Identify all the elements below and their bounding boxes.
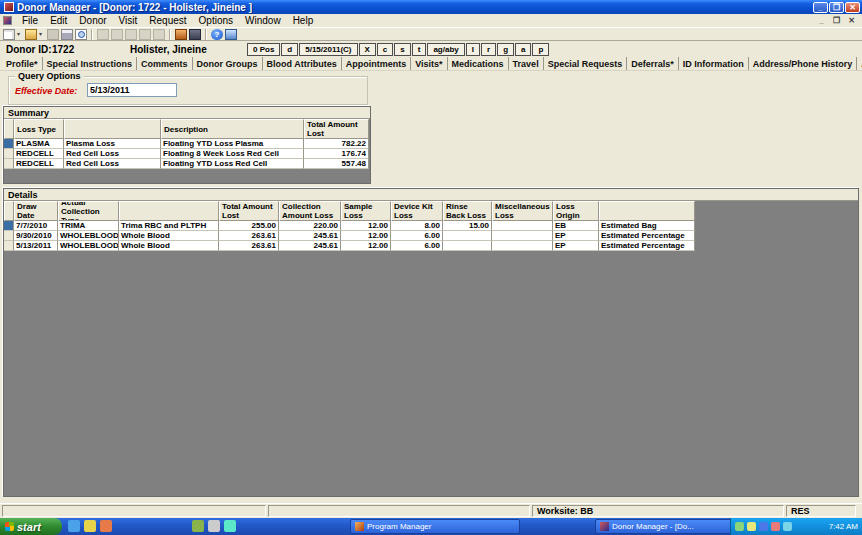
cell: 12.00 <box>341 221 391 231</box>
table-row[interactable]: REDCELLRed Cell LossFloating YTD Loss Re… <box>4 159 370 169</box>
summary-panel: Summary Loss TypeDescriptionTotal Amount… <box>3 106 371 184</box>
donor-button-t[interactable]: t <box>412 43 427 56</box>
quick-launch <box>68 520 236 532</box>
menu-file[interactable]: File <box>16 14 44 27</box>
menu-options[interactable]: Options <box>193 14 239 27</box>
minimize-button[interactable]: _ <box>813 2 828 13</box>
cell: Estimated Percentage <box>599 231 695 241</box>
update-icon[interactable] <box>771 522 780 531</box>
column-header-loss-origin[interactable]: Loss Origin <box>553 201 599 221</box>
mdi-minimize-button[interactable]: _ <box>815 16 828 26</box>
column-header-rinse-back-loss[interactable]: Rinse Back Loss <box>443 201 492 221</box>
print-icon[interactable] <box>61 29 73 40</box>
save-icon[interactable] <box>47 29 59 40</box>
tab-donor-groups[interactable]: Donor Groups <box>193 57 263 70</box>
mdi-restore-button[interactable]: ❐ <box>830 16 843 26</box>
ie-icon[interactable] <box>68 520 80 532</box>
donor-button-s[interactable]: s <box>394 43 410 56</box>
info-icon[interactable] <box>225 29 237 40</box>
tab-travel[interactable]: Travel <box>509 57 544 70</box>
column-header-blank[interactable] <box>64 119 161 139</box>
network-icon[interactable] <box>735 522 744 531</box>
media-icon[interactable] <box>100 520 112 532</box>
paste-icon[interactable] <box>139 29 151 40</box>
shield-icon[interactable] <box>759 522 768 531</box>
table-row[interactable]: PLASMAPlasma LossFloating YTD Loss Plasm… <box>4 139 370 149</box>
table-row[interactable]: REDCELLRed Cell LossFloating 8 Week Loss… <box>4 149 370 159</box>
column-header-blank[interactable] <box>4 119 14 139</box>
grid-icon[interactable] <box>97 29 109 40</box>
column-header-sample-loss[interactable]: Sample Loss <box>341 201 391 221</box>
cell: WHOLEBLOOD <box>58 241 119 251</box>
menu-visit[interactable]: Visit <box>113 14 144 27</box>
tab-visits[interactable]: Visits* <box>411 57 447 70</box>
column-header-actual-collection-type[interactable]: Actual Collection Type <box>58 201 119 221</box>
show-desktop-icon[interactable] <box>208 520 220 532</box>
mail-icon[interactable] <box>84 520 96 532</box>
task-button-program-manager[interactable]: Program Manager <box>350 519 520 534</box>
open-folder-dropdown-icon[interactable]: ▾ <box>39 29 45 40</box>
donor-button-0-pos[interactable]: 0 Pos <box>247 43 280 56</box>
restore-button[interactable]: ❐ <box>829 2 844 13</box>
display-icon[interactable] <box>783 522 792 531</box>
donor-button-a[interactable]: a <box>515 43 531 56</box>
tab-deferrals[interactable]: Deferrals* <box>627 57 679 70</box>
donor-button-g[interactable]: g <box>497 43 514 56</box>
new-document-icon[interactable] <box>3 29 15 40</box>
tab-special-instructions[interactable]: Special Instructions <box>43 57 138 70</box>
column-header-blank[interactable] <box>119 201 219 221</box>
column-header-blank[interactable] <box>4 201 14 221</box>
tab-comments[interactable]: Comments <box>137 57 193 70</box>
menu-donor[interactable]: Donor <box>73 14 112 27</box>
column-header-loss-type[interactable]: Loss Type <box>14 119 64 139</box>
menu-request[interactable]: Request <box>143 14 192 27</box>
menu-help[interactable]: Help <box>287 14 320 27</box>
print-preview-icon[interactable] <box>75 29 87 40</box>
column-header-total-amount-lost[interactable]: Total Amount Lost <box>219 201 279 221</box>
table-row[interactable]: 7/7/2010TRIMATrima RBC and PLTPH255.0022… <box>4 221 858 231</box>
donor-button-x[interactable]: X <box>359 43 376 56</box>
column-header-draw-date[interactable]: Draw Date <box>14 201 58 221</box>
volume-icon[interactable] <box>747 522 756 531</box>
column-header-collection-amount-loss[interactable]: Collection Amount Loss <box>279 201 341 221</box>
donor-button-ag-aby[interactable]: ag/aby <box>427 43 464 56</box>
donor-button-c[interactable]: c <box>377 43 393 56</box>
column-header-total-amount-lost[interactable]: Total Amount Lost <box>304 119 369 139</box>
help-icon[interactable] <box>211 29 223 40</box>
donor-button-d[interactable]: d <box>281 43 298 56</box>
tab-activity[interactable]: Activity* <box>857 57 862 70</box>
donor-button-r[interactable]: r <box>481 43 496 56</box>
mdi-close-button[interactable]: ✕ <box>845 16 858 26</box>
tab-medications[interactable]: Medications <box>448 57 509 70</box>
donor-button-i[interactable]: I <box>466 43 480 56</box>
effective-date-input[interactable] <box>87 83 177 97</box>
tab-special-requests[interactable]: Special Requests <box>544 57 628 70</box>
copy-icon[interactable] <box>125 29 137 40</box>
column-header-blank[interactable] <box>599 201 695 221</box>
tab-appointments[interactable]: Appointments <box>342 57 412 70</box>
undo-icon[interactable] <box>153 29 165 40</box>
find-icon[interactable] <box>189 29 201 40</box>
column-header-miscellaneous-loss[interactable]: Miscellaneous Loss <box>492 201 553 221</box>
close-button[interactable]: ✕ <box>845 2 860 13</box>
folder-icon[interactable] <box>192 520 204 532</box>
donor-button-5-15-2011-c[interactable]: 5/15/2011(C) <box>299 43 357 56</box>
column-header-device-kit-loss[interactable]: Device Kit Loss <box>391 201 443 221</box>
column-header-description[interactable]: Description <box>161 119 304 139</box>
table-row[interactable]: 9/30/2010WHOLEBLOODWhole Blood263.61245.… <box>4 231 858 241</box>
tab-address-phone-history[interactable]: Address/Phone History <box>749 57 858 70</box>
find-donor-icon[interactable] <box>175 29 187 40</box>
cell <box>492 231 553 241</box>
messenger-icon[interactable] <box>224 520 236 532</box>
start-button[interactable]: start <box>0 518 62 535</box>
open-folder-icon[interactable] <box>25 29 37 40</box>
table-row[interactable]: 5/13/2011WHOLEBLOODWhole Blood263.61245.… <box>4 241 858 251</box>
new-document-dropdown-icon[interactable]: ▾ <box>17 29 23 40</box>
cut-icon[interactable] <box>111 29 123 40</box>
tab-blood-attributes[interactable]: Blood Attributes <box>263 57 342 70</box>
menu-edit[interactable]: Edit <box>44 14 73 27</box>
tab-id-information[interactable]: ID Information <box>679 57 749 70</box>
tab-profile[interactable]: Profile* <box>2 57 43 70</box>
donor-button-p[interactable]: p <box>532 43 549 56</box>
menu-window[interactable]: Window <box>239 14 287 27</box>
